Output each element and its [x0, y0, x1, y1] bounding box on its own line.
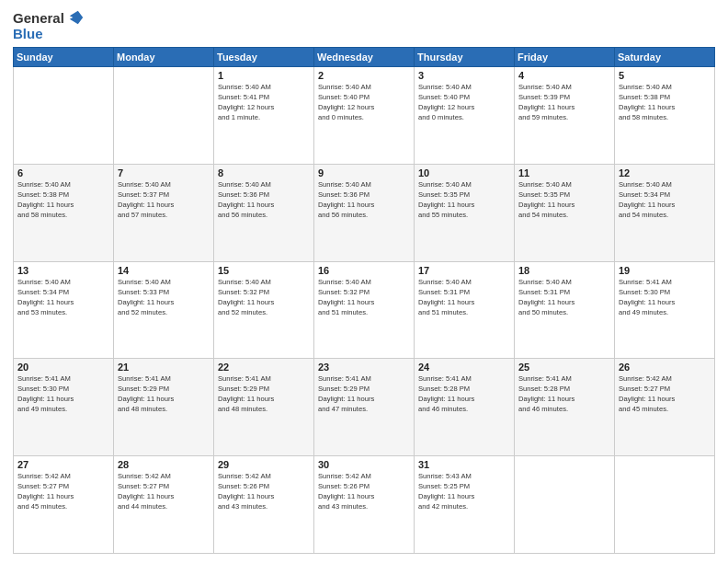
day-cell: 13Sunrise: 5:40 AM Sunset: 5:34 PM Dayli…	[14, 261, 114, 359]
day-cell: 29Sunrise: 5:42 AM Sunset: 5:26 PM Dayli…	[214, 456, 314, 554]
logo-general-text: General	[13, 10, 64, 26]
day-cell: 18Sunrise: 5:40 AM Sunset: 5:31 PM Dayli…	[515, 261, 615, 359]
day-cell: 10Sunrise: 5:40 AM Sunset: 5:35 PM Dayli…	[415, 164, 515, 261]
header: General Blue	[13, 9, 715, 41]
day-info: Sunrise: 5:40 AM Sunset: 5:33 PM Dayligh…	[118, 277, 210, 317]
day-cell: 5Sunrise: 5:40 AM Sunset: 5:38 PM Daylig…	[615, 67, 715, 165]
day-info: Sunrise: 5:40 AM Sunset: 5:36 PM Dayligh…	[218, 179, 310, 220]
day-cell: 20Sunrise: 5:41 AM Sunset: 5:30 PM Dayli…	[14, 359, 114, 456]
day-cell	[515, 456, 615, 554]
day-number: 11	[518, 167, 610, 178]
day-info: Sunrise: 5:40 AM Sunset: 5:35 PM Dayligh…	[418, 179, 510, 220]
day-cell: 21Sunrise: 5:41 AM Sunset: 5:29 PM Dayli…	[114, 359, 214, 456]
logo-arrow-icon	[68, 9, 85, 26]
day-cell: 7Sunrise: 5:40 AM Sunset: 5:37 PM Daylig…	[114, 164, 214, 261]
day-cell: 24Sunrise: 5:41 AM Sunset: 5:28 PM Dayli…	[415, 359, 515, 456]
day-cell	[14, 67, 114, 165]
day-header-monday: Monday	[114, 48, 214, 67]
day-info: Sunrise: 5:40 AM Sunset: 5:40 PM Dayligh…	[418, 82, 510, 122]
day-cell: 6Sunrise: 5:40 AM Sunset: 5:38 PM Daylig…	[14, 164, 114, 261]
day-info: Sunrise: 5:41 AM Sunset: 5:30 PM Dayligh…	[619, 277, 711, 317]
day-info: Sunrise: 5:40 AM Sunset: 5:40 PM Dayligh…	[318, 82, 410, 122]
day-cell: 11Sunrise: 5:40 AM Sunset: 5:35 PM Dayli…	[515, 164, 615, 261]
day-info: Sunrise: 5:41 AM Sunset: 5:29 PM Dayligh…	[218, 373, 310, 414]
day-info: Sunrise: 5:40 AM Sunset: 5:39 PM Dayligh…	[518, 82, 610, 122]
logo: General Blue	[13, 9, 85, 41]
day-cell: 25Sunrise: 5:41 AM Sunset: 5:28 PM Dayli…	[515, 359, 615, 456]
day-cell: 16Sunrise: 5:40 AM Sunset: 5:32 PM Dayli…	[314, 261, 415, 359]
day-number: 13	[17, 265, 109, 276]
day-cell: 1Sunrise: 5:40 AM Sunset: 5:41 PM Daylig…	[214, 67, 314, 165]
day-info: Sunrise: 5:41 AM Sunset: 5:28 PM Dayligh…	[518, 373, 610, 414]
day-cell: 14Sunrise: 5:40 AM Sunset: 5:33 PM Dayli…	[114, 261, 214, 359]
day-number: 12	[619, 167, 711, 178]
day-number: 26	[619, 362, 711, 373]
day-cell: 19Sunrise: 5:41 AM Sunset: 5:30 PM Dayli…	[615, 261, 715, 359]
week-row-3: 20Sunrise: 5:41 AM Sunset: 5:30 PM Dayli…	[14, 359, 715, 456]
day-header-wednesday: Wednesday	[314, 48, 415, 67]
day-info: Sunrise: 5:40 AM Sunset: 5:32 PM Dayligh…	[318, 277, 410, 317]
day-cell: 23Sunrise: 5:41 AM Sunset: 5:29 PM Dayli…	[314, 359, 415, 456]
day-header-tuesday: Tuesday	[214, 48, 314, 67]
day-cell: 28Sunrise: 5:42 AM Sunset: 5:27 PM Dayli…	[114, 456, 214, 554]
day-number: 1	[218, 70, 310, 81]
day-info: Sunrise: 5:41 AM Sunset: 5:28 PM Dayligh…	[418, 373, 510, 414]
day-number: 29	[218, 459, 310, 470]
day-info: Sunrise: 5:40 AM Sunset: 5:31 PM Dayligh…	[418, 277, 510, 317]
day-header-friday: Friday	[515, 48, 615, 67]
day-cell: 2Sunrise: 5:40 AM Sunset: 5:40 PM Daylig…	[314, 67, 415, 165]
day-cell: 26Sunrise: 5:42 AM Sunset: 5:27 PM Dayli…	[615, 359, 715, 456]
day-number: 15	[218, 265, 310, 276]
day-number: 22	[218, 362, 310, 373]
day-number: 21	[118, 362, 210, 373]
day-info: Sunrise: 5:40 AM Sunset: 5:36 PM Dayligh…	[318, 179, 410, 220]
day-number: 14	[118, 265, 210, 276]
day-number: 18	[518, 265, 610, 276]
day-number: 19	[619, 265, 711, 276]
day-number: 23	[318, 362, 410, 373]
day-number: 9	[318, 167, 410, 178]
day-info: Sunrise: 5:41 AM Sunset: 5:29 PM Dayligh…	[318, 373, 410, 414]
day-info: Sunrise: 5:42 AM Sunset: 5:27 PM Dayligh…	[17, 471, 109, 511]
day-number: 5	[619, 70, 711, 81]
day-cell	[114, 67, 214, 165]
header-row: SundayMondayTuesdayWednesdayThursdayFrid…	[14, 48, 715, 67]
day-number: 27	[17, 459, 109, 470]
day-info: Sunrise: 5:40 AM Sunset: 5:32 PM Dayligh…	[218, 277, 310, 317]
day-info: Sunrise: 5:40 AM Sunset: 5:38 PM Dayligh…	[17, 179, 109, 220]
page: General Blue SundayMondayTuesdayWednesda…	[0, 0, 728, 563]
day-number: 28	[118, 459, 210, 470]
day-cell	[615, 456, 715, 554]
week-row-1: 6Sunrise: 5:40 AM Sunset: 5:38 PM Daylig…	[14, 164, 715, 261]
day-info: Sunrise: 5:42 AM Sunset: 5:26 PM Dayligh…	[218, 471, 310, 511]
day-header-sunday: Sunday	[14, 48, 114, 67]
day-number: 16	[318, 265, 410, 276]
day-number: 17	[418, 265, 510, 276]
day-number: 2	[318, 70, 410, 81]
day-cell: 3Sunrise: 5:40 AM Sunset: 5:40 PM Daylig…	[415, 67, 515, 165]
day-number: 31	[418, 459, 510, 470]
calendar-table: SundayMondayTuesdayWednesdayThursdayFrid…	[13, 47, 715, 554]
day-number: 10	[418, 167, 510, 178]
week-row-0: 1Sunrise: 5:40 AM Sunset: 5:41 PM Daylig…	[14, 67, 715, 165]
day-info: Sunrise: 5:42 AM Sunset: 5:27 PM Dayligh…	[118, 471, 210, 511]
day-header-saturday: Saturday	[615, 48, 715, 67]
week-row-4: 27Sunrise: 5:42 AM Sunset: 5:27 PM Dayli…	[14, 456, 715, 554]
day-cell: 22Sunrise: 5:41 AM Sunset: 5:29 PM Dayli…	[214, 359, 314, 456]
day-cell: 27Sunrise: 5:42 AM Sunset: 5:27 PM Dayli…	[14, 456, 114, 554]
day-number: 3	[418, 70, 510, 81]
day-cell: 30Sunrise: 5:42 AM Sunset: 5:26 PM Dayli…	[314, 456, 415, 554]
day-number: 4	[518, 70, 610, 81]
week-row-2: 13Sunrise: 5:40 AM Sunset: 5:34 PM Dayli…	[14, 261, 715, 359]
logo-blue-text: Blue	[13, 26, 43, 41]
day-number: 8	[218, 167, 310, 178]
svg-marker-0	[70, 11, 83, 24]
day-number: 20	[17, 362, 109, 373]
day-info: Sunrise: 5:43 AM Sunset: 5:25 PM Dayligh…	[418, 471, 510, 511]
day-info: Sunrise: 5:42 AM Sunset: 5:26 PM Dayligh…	[318, 471, 410, 511]
day-number: 7	[118, 167, 210, 178]
day-cell: 8Sunrise: 5:40 AM Sunset: 5:36 PM Daylig…	[214, 164, 314, 261]
day-number: 6	[17, 167, 109, 178]
day-info: Sunrise: 5:40 AM Sunset: 5:35 PM Dayligh…	[518, 179, 610, 220]
day-info: Sunrise: 5:40 AM Sunset: 5:34 PM Dayligh…	[17, 277, 109, 317]
